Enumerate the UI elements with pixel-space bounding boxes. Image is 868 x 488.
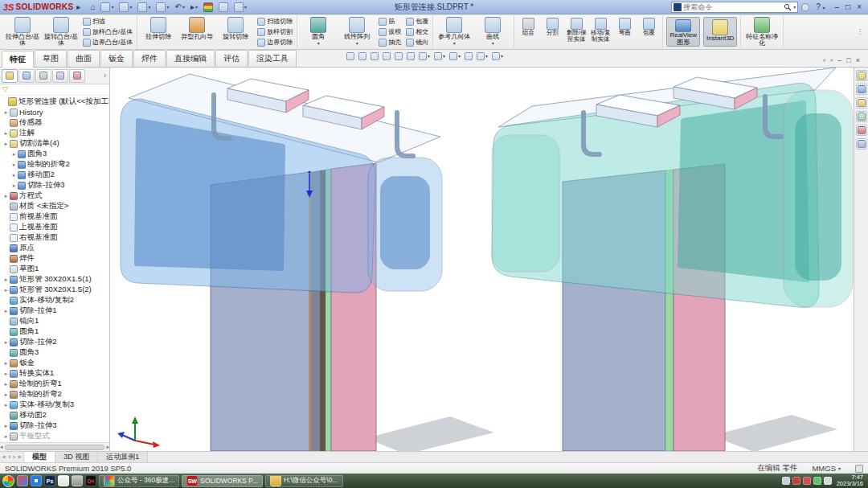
tree-item-圆角3[interactable]: ▸圆角3 [1,149,109,159]
expand-arrow-icon[interactable]: ▸ [2,130,10,137]
minimize-doc-button[interactable]: – [837,56,841,64]
pattern-fillet-intersect-button[interactable]: 相交 [405,27,429,37]
body-operations-combine-button[interactable]: 组合 [517,16,539,47]
first-tab-button[interactable]: « [2,453,6,461]
expand-arrow-icon[interactable]: ▸ [10,182,18,189]
tree-item-移动面2[interactable]: ▸移动面2 [1,170,109,180]
cut-swept-cut-button[interactable]: 扫描切除 [256,17,293,27]
expand-arrow-icon[interactable]: ▸ [2,381,10,388]
screen-capture-icon[interactable] [58,475,69,486]
start-button[interactable] [2,475,14,487]
expand-arrow-icon[interactable]: ▸ [2,308,10,314]
new-doc-window-button[interactable]: ▫ [823,56,825,64]
solidworks-resources-tab[interactable] [856,70,867,81]
ribbon-expander-icon[interactable]: ⋮ [854,28,866,35]
search-scope-icon[interactable] [674,3,682,11]
pattern-fillet-wrap-button[interactable]: 包覆 [405,17,429,27]
configurationmanager-tab[interactable] [35,69,51,83]
minimize-button[interactable]: – [832,2,843,13]
cut-boundary-cut-button[interactable]: 边界切除 [256,38,293,47]
rebuild-traffic-light-button[interactable] [202,2,215,13]
tab-钣金[interactable]: 钣金 [100,50,133,67]
search-caret-icon[interactable]: ▾ [793,5,796,10]
boss-base-boundary-boss-button[interactable]: 边界凸台/基体 [82,38,133,47]
tree-item-切除-拉伸2[interactable]: ▸切除-拉伸2 [1,337,109,347]
model-left[interactable] [121,74,442,451]
tree-item-绘制的折弯1[interactable]: ▸绘制的折弯1 [1,379,109,389]
file-explorer-tab[interactable] [856,97,867,109]
pattern-fillet-draft-button[interactable]: 拔模 [378,27,402,37]
view-palette-tab[interactable] [856,111,867,122]
expand-arrow-icon[interactable]: ▸ [2,277,10,283]
tree-item-传感器[interactable]: 传感器 [1,117,109,128]
filter-icon[interactable]: ▽ [2,86,8,93]
print-button[interactable]: ▾ [154,2,170,13]
login-person-icon[interactable] [801,3,809,11]
app-launcher-icon[interactable] [17,475,28,486]
zoom-to-area-button[interactable] [370,51,379,61]
file-properties-button[interactable] [217,2,230,13]
propertymanager-tab[interactable] [18,69,35,83]
expand-arrow-icon[interactable]: ▸ [2,433,10,440]
view-tab-3D 视图[interactable]: 3D 视图 [55,452,98,462]
restore-button[interactable]: □ [842,2,854,13]
boss-base-swept-boss-button[interactable]: 扫描 [82,17,133,27]
zoom-to-fit-button[interactable] [358,51,367,61]
save-button[interactable]: ▾ [136,2,152,13]
boss-base-lofted-boss-button[interactable]: 放样凸台/基体 [82,27,133,37]
pattern-fillet-shell-button[interactable]: 抽壳 [378,38,402,47]
expand-arrow-icon[interactable]: ▸ [2,402,10,408]
boss-base-extruded-boss-button[interactable]: 拉伸凸台/基体 [4,16,41,47]
cut-revolved-cut-button[interactable]: 旋转切除 [217,16,254,47]
graphics-viewport[interactable] [111,68,854,451]
dynamic-annotation-views-button[interactable] [406,51,416,61]
search-input[interactable] [683,3,782,11]
body-operations-split-button[interactable]: 分割 [541,16,563,47]
ime-status-tray-icon[interactable] [813,477,821,485]
recorder-app-icon[interactable]: O< [85,475,96,486]
tree-item-上视基准面[interactable]: 上视基准面 [1,222,109,232]
menu-flyout-icon[interactable]: ▸ [76,3,80,11]
taskbar-clock[interactable]: 7:47 2023/3/16 [834,474,866,488]
expand-arrow-icon[interactable]: ▸ [2,109,10,116]
expand-arrow-icon[interactable]: ▸ [2,392,10,398]
edit-appearance-button[interactable] [464,51,473,61]
previous-view-button[interactable] [382,51,391,61]
photoshop-icon[interactable]: Ps [44,475,55,486]
boss-base-revolved-boss-button[interactable]: 旋转凸台/基体 [43,16,80,47]
close-button[interactable]: × [854,2,865,13]
cut-extruded-cut-button[interactable]: 拉伸切除 [140,16,177,47]
panel-flyout-icon[interactable]: › [102,72,108,80]
tree-item-焊件[interactable]: 焊件 [1,253,109,264]
realview-toggle-button[interactable]: RealView 图形 [666,17,700,47]
reference-curves-button[interactable]: 曲线▾ [474,16,511,47]
tree-item-原点[interactable]: 原点 [1,243,109,253]
display-switch-tray-icon[interactable] [782,477,790,485]
dimxpertmanager-tab[interactable] [52,69,68,83]
expand-arrow-icon[interactable]: ▸ [10,151,18,158]
tab-直接编辑[interactable]: 直接编辑 [166,50,215,67]
expand-arrow-icon[interactable]: ▸ [10,162,18,168]
cascade-windows-button[interactable]: ▫ [830,56,833,64]
security-2-tray-icon[interactable] [792,477,800,485]
body-operations-wrap-body-button[interactable]: 包覆 [637,16,660,47]
tree-item-平板型式[interactable]: ▸平板型式 [1,431,109,441]
security-1-tray-icon[interactable] [803,477,811,485]
apply-scene-button[interactable]: ▾ [476,51,489,61]
select-button[interactable]: ▸▾ [189,2,199,12]
3d-scene[interactable] [111,68,854,451]
model-right[interactable] [492,68,853,451]
status-tag-icon[interactable] [855,465,863,473]
tree-item-转换实体1[interactable]: ▸转换实体1 [1,368,109,379]
view-orientation-button[interactable]: ▾ [418,51,431,61]
body-operations-move-copy-bodies-button[interactable]: 移动/复制实体 [589,16,612,47]
expand-arrow-icon[interactable]: ▸ [2,423,10,429]
expand-arrow-icon[interactable]: ▸ [2,287,10,293]
tree-item-切除-拉伸3[interactable]: ▸切除-拉伸3 [1,180,109,191]
help-button[interactable]: ? ▾ [813,2,828,13]
scrollbar-thumb[interactable] [5,445,105,450]
search-icon[interactable] [784,3,792,11]
scroll-left-icon[interactable]: ◂ [0,444,3,450]
tree-item-切除-拉伸3[interactable]: ▸切除-拉伸3 [1,420,109,431]
tree-item-注解[interactable]: ▸注解 [1,128,109,138]
